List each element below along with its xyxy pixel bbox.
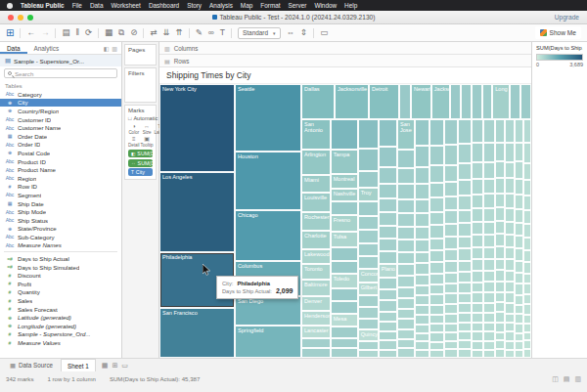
treemap-cell[interactable] [505, 350, 515, 358]
treemap-cell-san-jose[interactable]: San Jose [397, 119, 415, 150]
treemap-cell[interactable] [444, 210, 458, 224]
treemap-cell[interactable] [415, 199, 430, 214]
field-order-date[interactable]: ▦Order Date [0, 132, 121, 141]
treemap-cell-henderson[interactable]: Henderson [301, 311, 331, 326]
treemap-cell[interactable] [358, 307, 379, 318]
treemap-cell[interactable] [444, 224, 458, 237]
treemap-cell[interactable] [515, 350, 523, 358]
treemap-cell-san-francisco[interactable]: San Francisco [159, 308, 235, 358]
fit-select[interactable]: Standard▾ [238, 27, 280, 39]
field-longitude-generated[interactable]: ⊕Longitude (generated) [0, 322, 121, 330]
highlight-icon[interactable]: ✎ [196, 28, 203, 37]
treemap-cell-louisville[interactable]: Louisville [301, 193, 331, 212]
treemap-cell[interactable] [482, 84, 492, 119]
treemap-cell[interactable] [495, 221, 506, 234]
pill-sum-days-to-s[interactable]: ↔SUM(Days to S.. [128, 159, 153, 167]
treemap-cell[interactable] [458, 119, 471, 144]
treemap-cell[interactable] [358, 350, 379, 358]
treemap-cell[interactable] [444, 119, 458, 145]
pause-updates-icon[interactable]: ‖ [75, 28, 79, 37]
treemap-cell-gilbert[interactable]: Gilbert [358, 283, 379, 295]
field-region[interactable]: AbcRegion [0, 174, 121, 183]
treemap-cell[interactable] [397, 150, 415, 168]
treemap-cell-jackson[interactable]: Jackson [431, 84, 450, 119]
treemap-cell[interactable] [523, 349, 531, 358]
treemap-cell-san-antonio[interactable]: San Antonio [301, 119, 331, 150]
treemap-cell[interactable] [523, 180, 531, 196]
field-city[interactable]: ⊕City [0, 99, 121, 108]
field-ship-status[interactable]: AbcShip Status [0, 216, 121, 225]
mark-button-detail[interactable]: ≡Detail [128, 136, 140, 148]
field-discount[interactable]: #Discount [0, 271, 121, 280]
treemap-cell[interactable] [444, 196, 458, 210]
mark-type-dropdown[interactable]: □ Automatic ▾ [128, 115, 153, 121]
treemap-cell[interactable] [358, 295, 379, 307]
treemap-cell[interactable] [523, 283, 531, 294]
treemap-cell[interactable] [331, 348, 358, 358]
treemap-cell[interactable] [379, 300, 397, 311]
treemap-cell[interactable] [505, 143, 515, 162]
treemap-cell[interactable] [379, 119, 397, 147]
field-ship-mode[interactable]: AbcShip Mode [0, 207, 121, 216]
treemap-cell[interactable] [429, 225, 444, 238]
treemap-cell[interactable] [495, 234, 506, 246]
treemap-cell[interactable] [495, 292, 506, 302]
field-days-to-ship-simulated[interactable]: =#Days to Ship Simulated [0, 263, 121, 272]
treemap-cell[interactable] [515, 223, 523, 236]
treemap-cell[interactable] [515, 324, 523, 333]
treemap-cell[interactable] [379, 226, 397, 239]
treemap-cell[interactable] [495, 161, 506, 178]
treemap-cell[interactable] [458, 210, 471, 224]
treemap-cell[interactable] [397, 199, 415, 213]
treemap-cell[interactable] [483, 235, 495, 246]
treemap-cell[interactable] [483, 341, 495, 349]
treemap-cell[interactable] [523, 210, 531, 224]
treemap-cell-miami[interactable]: Miami [301, 175, 331, 194]
treemap-cell[interactable] [397, 240, 415, 252]
treemap-cell[interactable] [429, 324, 444, 332]
treemap-cell[interactable] [523, 143, 531, 163]
treemap-cell[interactable] [472, 208, 483, 222]
field-latitude-generated[interactable]: ⊕Latitude (generated) [0, 313, 121, 322]
field-days-to-ship-actual[interactable]: =#Days to Ship Actual [0, 254, 121, 263]
treemap-cell[interactable] [523, 315, 531, 324]
treemap-cell[interactable] [331, 301, 358, 314]
treemap-cell[interactable] [429, 165, 444, 183]
fit-width-icon[interactable]: ⇔ [287, 28, 295, 37]
field-sub-category[interactable]: AbcSub-Category [0, 233, 121, 241]
treemap-cell-troy[interactable]: Troy [358, 188, 379, 200]
treemap-cell[interactable] [505, 303, 515, 314]
treemap-cell[interactable] [379, 147, 397, 167]
field-quantity[interactable]: #Quantity [0, 288, 121, 297]
sheet-title[interactable]: Shipping Times by City [159, 67, 531, 84]
field-row-id[interactable]: #Row ID [0, 183, 121, 192]
field-profit[interactable]: #Profit [0, 280, 121, 288]
treemap-cell[interactable] [505, 162, 515, 179]
treemap-cell[interactable] [415, 295, 430, 305]
treemap-cell[interactable] [515, 333, 523, 341]
treemap-cell[interactable] [444, 349, 458, 358]
treemap-cell[interactable] [458, 331, 471, 340]
treemap-cell[interactable] [483, 259, 495, 271]
treemap-cell[interactable] [397, 276, 415, 287]
pane-tab-data[interactable]: Data [0, 42, 27, 54]
treemap-cell[interactable] [415, 119, 430, 146]
treemap-cell[interactable] [415, 227, 430, 240]
treemap-cell[interactable] [472, 323, 483, 331]
treemap-cell[interactable] [458, 163, 471, 180]
treemap-cell[interactable] [505, 208, 515, 222]
treemap-cell-toledo[interactable]: Toledo [331, 274, 358, 287]
treemap-cell[interactable] [358, 171, 379, 188]
treemap-cell-springfield[interactable]: Springfield [235, 326, 301, 358]
treemap-cell[interactable] [495, 178, 506, 194]
treemap-cell[interactable] [397, 309, 415, 320]
treemap-cell[interactable] [379, 239, 397, 251]
treemap-cell[interactable] [472, 313, 483, 322]
field-measure-values[interactable]: #Measure Values [0, 338, 121, 347]
show-tabs-icon[interactable]: ▥ [574, 375, 581, 383]
show-mark-labels-icon[interactable]: T [220, 28, 225, 37]
group-members-icon[interactable]: ∞ [208, 28, 214, 37]
pill-city[interactable]: TCity [128, 168, 153, 176]
treemap-cell[interactable] [429, 146, 444, 166]
field-state-province[interactable]: ⊕State/Province [0, 225, 121, 234]
